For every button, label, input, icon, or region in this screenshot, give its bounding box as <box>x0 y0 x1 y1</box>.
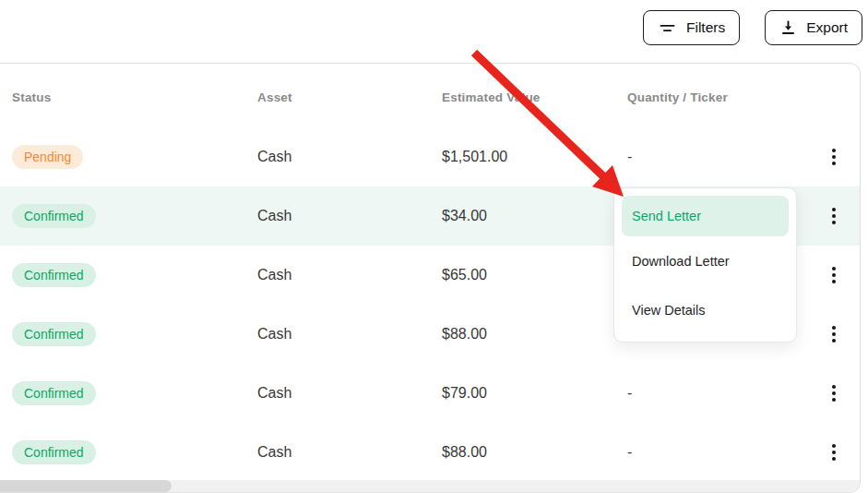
filters-button[interactable]: Filters <box>643 10 740 45</box>
asset-cell: Cash <box>257 149 442 165</box>
filter-icon <box>658 18 677 38</box>
quantity-cell: - <box>627 444 808 461</box>
row-actions-kebab-menu-icon[interactable] <box>826 261 841 289</box>
value-cell: $65.00 <box>442 267 627 283</box>
value-cell: $1,501.00 <box>442 149 627 165</box>
export-button-label: Export <box>806 19 848 36</box>
column-header-estimated-value: Estimated Value <box>442 90 627 104</box>
value-cell: $88.00 <box>442 326 627 343</box>
row-actions-kebab-menu-icon[interactable] <box>826 143 841 171</box>
quantity-cell: - <box>627 149 808 165</box>
menu-item-send-letter[interactable]: Send Letter <box>622 196 789 236</box>
value-cell: $88.00 <box>442 444 627 461</box>
row-actions-kebab-menu-icon[interactable] <box>826 202 841 230</box>
status-cell: Confirmed <box>0 440 257 464</box>
menu-item-download-letter[interactable]: Download Letter <box>622 236 789 285</box>
status-cell: Confirmed <box>0 263 257 287</box>
status-badge: Confirmed <box>12 440 96 464</box>
asset-cell: Cash <box>257 267 442 283</box>
download-icon <box>779 19 797 37</box>
column-header-quantity-ticker: Quantity / Ticker <box>627 90 808 104</box>
quantity-cell: - <box>627 385 808 402</box>
toolbar: Filters Export <box>0 10 862 45</box>
menu-item-view-details[interactable]: View Details <box>622 285 789 334</box>
status-cell: Confirmed <box>0 322 257 346</box>
horizontal-scrollbar[interactable] <box>0 480 860 492</box>
status-badge: Pending <box>12 145 83 169</box>
asset-cell: Cash <box>257 385 442 402</box>
status-badge: Confirmed <box>12 322 96 346</box>
status-badge: Confirmed <box>12 263 96 287</box>
row-actions-kebab-menu-icon[interactable] <box>826 320 841 348</box>
table-row[interactable]: Confirmed Cash $79.00 - <box>0 364 860 423</box>
row-actions-kebab-menu-icon[interactable] <box>826 379 841 407</box>
scrollbar-thumb[interactable] <box>0 480 172 492</box>
export-button[interactable]: Export <box>765 10 862 45</box>
status-cell: Confirmed <box>0 381 257 405</box>
table-row[interactable]: Confirmed Cash $88.00 - <box>0 423 860 482</box>
asset-cell: Cash <box>257 326 442 343</box>
table-header: Status Asset Estimated Value Quantity / … <box>0 64 860 127</box>
column-header-asset: Asset <box>257 90 442 104</box>
value-cell: $79.00 <box>442 385 627 402</box>
status-badge: Confirmed <box>12 381 96 405</box>
status-cell: Pending <box>0 145 257 169</box>
status-badge: Confirmed <box>12 204 96 228</box>
asset-cell: Cash <box>257 208 442 224</box>
table-row[interactable]: Pending Cash $1,501.00 - <box>0 127 860 186</box>
filters-button-label: Filters <box>686 19 725 36</box>
column-header-status: Status <box>0 90 257 104</box>
value-cell: $34.00 <box>442 208 627 224</box>
asset-cell: Cash <box>257 444 442 461</box>
row-actions-context-menu: Send Letter Download Letter View Details <box>613 187 797 343</box>
status-cell: Confirmed <box>0 204 257 228</box>
row-actions-kebab-menu-icon[interactable] <box>826 439 841 466</box>
